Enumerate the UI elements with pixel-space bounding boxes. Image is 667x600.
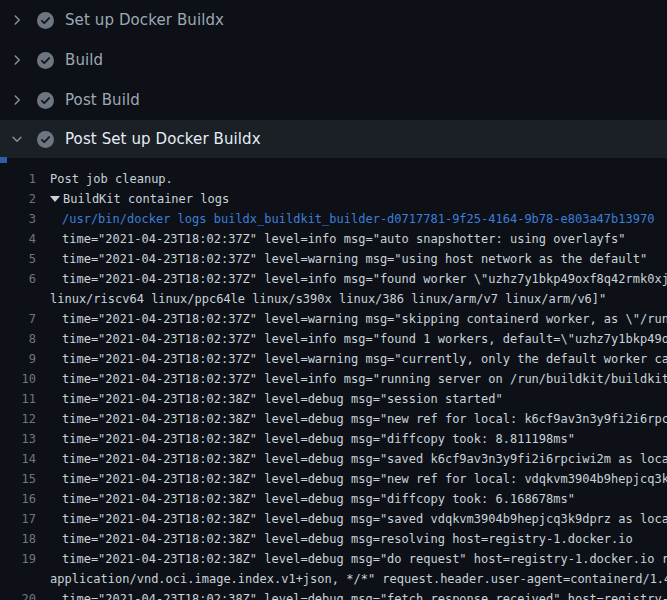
workflow-step[interactable]: Set up Docker Buildx [0, 0, 667, 40]
line-number[interactable]: 7 [0, 309, 36, 329]
log-text: time="2021-04-23T18:02:38Z" level=debug … [62, 469, 667, 489]
triangle-down-icon[interactable] [50, 196, 60, 202]
log-line: 18 time="2021-04-23T18:02:38Z" level=deb… [0, 529, 667, 549]
line-number[interactable]: 12 [0, 409, 36, 429]
line-number[interactable]: 14 [0, 449, 36, 469]
line-number[interactable]: 5 [0, 249, 36, 269]
step-label: Post Build [65, 91, 140, 109]
check-circle-icon [37, 92, 54, 109]
log-line: 19 time="2021-04-23T18:02:38Z" level=deb… [0, 549, 667, 569]
step-label: Build [65, 51, 103, 69]
log-text: linux/riscv64 linux/ppc64le linux/s390x … [50, 289, 606, 309]
line-number[interactable]: 15 [0, 469, 36, 489]
log-text: time="2021-04-23T18:02:38Z" level=debug … [62, 429, 575, 449]
log-line: 1 Post job cleanup. [0, 169, 667, 189]
workflow-step[interactable]: Build [0, 40, 667, 80]
line-number[interactable]: 10 [0, 369, 36, 389]
line-number[interactable]: 18 [0, 529, 36, 549]
log-line: 14 time="2021-04-23T18:02:38Z" level=deb… [0, 449, 667, 469]
line-number[interactable]: 6 [0, 269, 36, 289]
log-text: time="2021-04-23T18:02:37Z" level=info m… [62, 229, 626, 249]
actions-log-viewer: Set up Docker Buildx Build Post Build [0, 0, 667, 600]
line-number[interactable]: 17 [0, 509, 36, 529]
log-text: BuildKit container logs [63, 189, 229, 209]
log-text: time="2021-04-23T18:02:38Z" level=debug … [62, 449, 667, 469]
check-circle-icon [37, 52, 54, 69]
log-text: time="2021-04-23T18:02:38Z" level=debug … [62, 549, 667, 569]
log-text: time="2021-04-23T18:02:37Z" level=warnin… [62, 309, 667, 329]
chevron-right-icon [10, 13, 24, 27]
log-line: 15 time="2021-04-23T18:02:38Z" level=deb… [0, 469, 667, 489]
log-text: Post job cleanup. [50, 169, 173, 189]
chevron-right-icon [10, 53, 24, 67]
line-number[interactable]: 20 [0, 589, 36, 600]
log-text: time="2021-04-23T18:02:37Z" level=info m… [62, 269, 667, 289]
line-number[interactable]: 11 [0, 389, 36, 409]
log-text: time="2021-04-23T18:02:38Z" level=debug … [62, 509, 667, 529]
log-line: 12 time="2021-04-23T18:02:38Z" level=deb… [0, 409, 667, 429]
log-line: 3 /usr/bin/docker logs buildx_buildkit_b… [0, 209, 667, 229]
log-line: 16 time="2021-04-23T18:02:38Z" level=deb… [0, 489, 667, 509]
log-text: time="2021-04-23T18:02:38Z" level=debug … [62, 409, 667, 429]
log-line: 13 time="2021-04-23T18:02:38Z" level=deb… [0, 429, 667, 449]
line-number[interactable]: 3 [0, 209, 36, 229]
line-number[interactable]: 19 [0, 549, 36, 569]
log-line: 5 time="2021-04-23T18:02:37Z" level=warn… [0, 249, 667, 269]
line-number[interactable]: 13 [0, 429, 36, 449]
log-text: /usr/bin/docker logs buildx_buildkit_bui… [62, 209, 654, 229]
log-line: 10 time="2021-04-23T18:02:37Z" level=inf… [0, 369, 667, 389]
log-text: time="2021-04-23T18:02:37Z" level=warnin… [62, 349, 667, 369]
workflow-step[interactable]: Post Build [0, 80, 667, 120]
log-line-continuation: application/vnd.oci.image.index.v1+json,… [0, 569, 667, 589]
log-line-continuation: linux/riscv64 linux/ppc64le linux/s390x … [0, 289, 667, 309]
log-line: 8 time="2021-04-23T18:02:37Z" level=info… [0, 329, 667, 349]
log-line: 17 time="2021-04-23T18:02:38Z" level=deb… [0, 509, 667, 529]
log-line: 2 BuildKit container logs [0, 189, 667, 209]
log-line: 4 time="2021-04-23T18:02:37Z" level=info… [0, 229, 667, 249]
line-number[interactable]: 9 [0, 349, 36, 369]
chevron-down-icon [10, 132, 24, 146]
check-circle-icon [37, 12, 54, 29]
log-line: 6 time="2021-04-23T18:02:37Z" level=info… [0, 269, 667, 289]
log-text: time="2021-04-23T18:02:37Z" level=info m… [62, 329, 667, 349]
workflow-step[interactable]: Post Set up Docker Buildx [0, 120, 667, 158]
step-label: Post Set up Docker Buildx [65, 130, 261, 148]
check-circle-icon [37, 131, 54, 148]
line-number[interactable]: 4 [0, 229, 36, 249]
log-text: time="2021-04-23T18:02:38Z" level=debug … [62, 529, 633, 549]
line-number[interactable]: 2 [0, 189, 36, 209]
log-line: 7 time="2021-04-23T18:02:37Z" level=warn… [0, 309, 667, 329]
log-text: time="2021-04-23T18:02:38Z" level=debug … [62, 589, 667, 600]
log-line: 11 time="2021-04-23T18:02:38Z" level=deb… [0, 389, 667, 409]
log-viewer[interactable]: 1 Post job cleanup. 2 BuildKit container… [0, 158, 667, 600]
log-text: time="2021-04-23T18:02:37Z" level=info m… [62, 369, 667, 389]
log-text: time="2021-04-23T18:02:38Z" level=debug … [62, 489, 575, 509]
line-number[interactable]: 8 [0, 329, 36, 349]
log-text: time="2021-04-23T18:02:37Z" level=warnin… [62, 249, 647, 269]
line-number[interactable]: 1 [0, 169, 36, 189]
line-number[interactable]: 16 [0, 489, 36, 509]
log-line: 20 time="2021-04-23T18:02:38Z" level=deb… [0, 589, 667, 600]
log-text: application/vnd.oci.image.index.v1+json,… [50, 569, 667, 589]
step-label: Set up Docker Buildx [65, 11, 224, 29]
chevron-right-icon [10, 93, 24, 107]
focus-indicator [0, 157, 7, 163]
steps-list: Set up Docker Buildx Build Post Build [0, 0, 667, 158]
log-text: time="2021-04-23T18:02:38Z" level=debug … [62, 389, 503, 409]
log-line: 9 time="2021-04-23T18:02:37Z" level=warn… [0, 349, 667, 369]
